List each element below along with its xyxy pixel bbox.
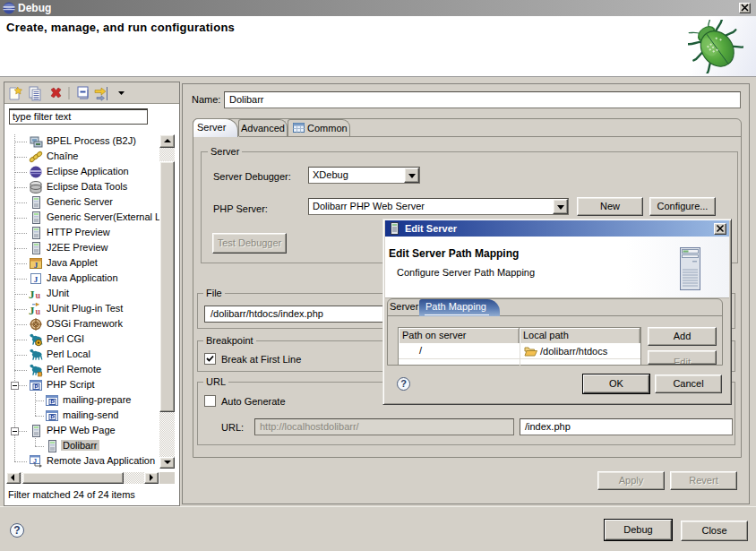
svg-text:J: J — [29, 288, 35, 301]
svg-text:u: u — [36, 290, 41, 300]
svg-text:J: J — [33, 458, 37, 464]
svg-text:J: J — [34, 261, 39, 270]
svg-text:u: u — [36, 306, 41, 316]
svg-text:J: J — [34, 275, 39, 284]
svg-text:J: J — [29, 304, 35, 317]
